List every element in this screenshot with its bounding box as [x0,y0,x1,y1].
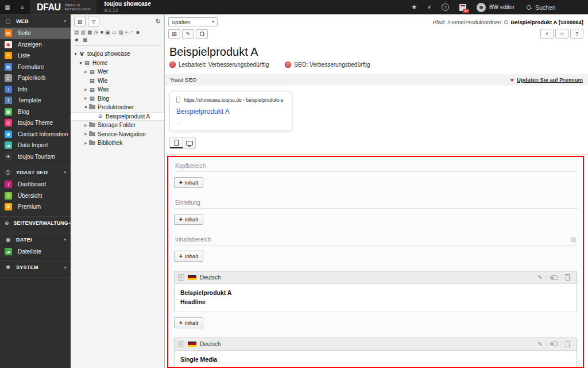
pagetype-grid-icon[interactable]: ▦ [87,29,92,35]
module-item-uebersicht[interactable]: ≡ Übersicht [0,190,71,202]
module-group-yoast-seo[interactable]: Ⓨ YOAST SEO ▾ [0,166,71,179]
docheader-help-button[interactable]: ? [570,29,583,39]
add-content-button[interactable]: + Inhalt [174,177,203,188]
expand-icon[interactable]: ▼ [83,105,88,109]
columns-select[interactable]: Spalten ▾ [168,17,218,26]
tree-node-produktordner[interactable]: ▼ Produktordner [71,103,164,112]
pagetree-toggle[interactable]: ≡ [15,0,30,14]
pagetype-page-icon[interactable]: ▥ [81,29,86,35]
add-content-button[interactable]: + Inhalt [174,251,203,262]
module-item-toujou-theme[interactable]: ◎ toujou Theme [0,117,71,129]
chevron-down-icon: ▾ [64,19,66,24]
module-item-data-import[interactable]: ☁ Data Import [0,140,71,151]
modules-grid-toggle[interactable]: ▦ [0,0,15,14]
tree-node-beispielprodukt-a[interactable]: ⊙ Beispielprodukt A [71,112,164,121]
tree-node-storage-folder[interactable]: ▶ Storage Folder [71,121,164,130]
pagetype-link-icon[interactable]: ∞ [125,29,129,35]
add-content-label: Inhalt [185,253,198,259]
search-input[interactable] [535,4,581,11]
pagetype-shortcut-icon[interactable]: ▣ [105,29,110,35]
module-group-system[interactable]: ✱ SYSTEM ◂ [0,260,71,274]
paste-icon[interactable]: ▨ [571,236,576,243]
expand-icon[interactable]: ▶ [83,96,88,101]
module-item-blog[interactable]: ▣ Blog [0,106,71,118]
bookmarks-button[interactable]: ★ [406,0,422,14]
mobile-preview-button[interactable] [170,137,183,148]
edit-page-properties-button[interactable]: ✎ [182,29,194,39]
content-element-preview[interactable]: Single Media [175,351,577,368]
module-item-dashboard[interactable]: i Dashboard [0,179,71,190]
expand-icon[interactable]: ▶ [83,141,88,145]
drag-grip-icon[interactable]: ≡ [178,274,184,281]
pagetype-external-icon[interactable]: ▧ [118,29,123,35]
content-element-preview[interactable]: Beispielprodukt A Headline [175,284,577,312]
tree-node-was[interactable]: ▶ ▤ Was [71,85,164,94]
tree-node-home[interactable]: ▼ ▤ Home [71,59,164,68]
delete-element-button[interactable] [562,274,573,281]
pagetype-standard-icon[interactable]: ▤ [74,29,79,35]
module-item-info[interactable]: i Info [0,84,71,95]
module-group-web[interactable]: ▢ WEB ▾ [0,14,71,28]
module-item-premium[interactable]: ♛ Premium [0,201,71,213]
desktop-preview-button[interactable] [183,137,195,148]
new-page-button[interactable]: ▤ [74,17,86,26]
user-menu[interactable]: ☻ BW editor [471,0,520,14]
module-item-contact-information[interactable]: ☻ Contact Information [0,129,71,140]
expand-icon[interactable]: ▶ [83,123,88,128]
help-button[interactable]: ? [436,0,454,14]
record-title: Beispielprodukt A [1000084] [510,19,583,25]
bookmark-button[interactable]: ☆ [555,29,568,39]
module-group-seitenverwaltung[interactable]: ⊕ SEITENVERWALTUNG ◂ [0,216,71,229]
refresh-icon[interactable]: ↻ [156,18,161,25]
search-button[interactable] [196,29,208,39]
pagetype-timer-icon[interactable]: ◷ [94,29,98,35]
tree-node-blog[interactable]: ▶ ▤ Blog [71,94,164,103]
module-item-template[interactable]: T Template [0,95,71,106]
clear-cache-button[interactable]: ⚡ [422,0,436,14]
pagetype-user-icon[interactable]: ☻ [74,37,79,43]
edit-element-button[interactable]: ✎ [535,274,546,281]
info-module-icon: i [5,86,12,93]
add-content-button[interactable]: + Inhalt [174,214,203,225]
pagetype-divider-icon[interactable]: ÷ [130,29,133,35]
tree-node-wie[interactable]: ▤ Wie [71,76,164,86]
snippet-title[interactable]: Beispielprodukt A [176,108,285,116]
pagetype-usergroup-icon[interactable]: ☻ [135,29,140,35]
tree-node-service-navigation[interactable]: ▶ Service-Navigation [71,130,164,139]
premium-upgrade-link[interactable]: ★ Updaten Sie auf Premium [510,76,583,83]
drag-grip-icon[interactable]: ≡ [178,341,184,347]
module-item-dateiliste[interactable]: ☁ Dateiliste [0,246,71,258]
yoast-panel-header[interactable]: Yoast SEO ★ Updaten Sie auf Premium [165,74,588,86]
module-item-liste[interactable]: ≡ Liste [0,50,71,62]
content-element-header[interactable]: ≡ Deutsch ✎ [175,338,577,351]
expand-icon[interactable]: ▶ [83,70,88,74]
module-item-anzeigen[interactable]: ◉ Anzeigen [0,39,71,51]
module-item-papierkorb[interactable]: ▯ Papierkorb [0,72,71,84]
plus-icon: + [179,179,183,186]
tree-node-wer[interactable]: ▶ ▤ Wer [71,67,164,76]
expand-icon[interactable]: ▶ [83,87,88,92]
delete-element-button[interactable] [562,341,573,347]
view-webpage-button[interactable]: ▤ [168,29,180,39]
pagetype-folder-icon[interactable]: ▭ [112,29,117,35]
expand-icon[interactable]: ▼ [73,52,78,56]
expand-icon[interactable]: ▼ [78,61,83,65]
content-element-header[interactable]: ≡ Deutsch ✎ [175,271,577,284]
edit-element-button[interactable]: ✎ [535,341,546,347]
add-content-button[interactable]: + Inhalt [174,317,203,328]
clear-cache-page-button[interactable]: ⚡ [540,29,554,39]
module-item-seite[interactable]: ▤ Seite [0,28,71,39]
pagetype-matrix-icon[interactable]: ▩ [83,37,87,43]
tree-node-bibliothek[interactable]: ▶ Bibliothek [71,139,164,148]
module-item-toujou-tourism[interactable]: ✈ toujou Tourism [0,151,71,163]
system-information-button[interactable]: 27 [454,0,471,14]
tree-node-root[interactable]: ▼ Ⅴ toujou showcase [71,49,164,59]
pagetype-mount-icon[interactable]: ■ [100,29,103,35]
filter-button[interactable]: ▽ [88,17,99,26]
toggle-visibility-button[interactable] [546,342,562,346]
module-item-formulare[interactable]: ▤ Formulare [0,62,71,73]
module-group-datei[interactable]: ▣ DATEI ▾ [0,233,71,246]
toggle-visibility-button[interactable] [546,275,562,280]
expand-icon[interactable]: ▶ [83,132,88,136]
live-search[interactable] [520,0,588,14]
